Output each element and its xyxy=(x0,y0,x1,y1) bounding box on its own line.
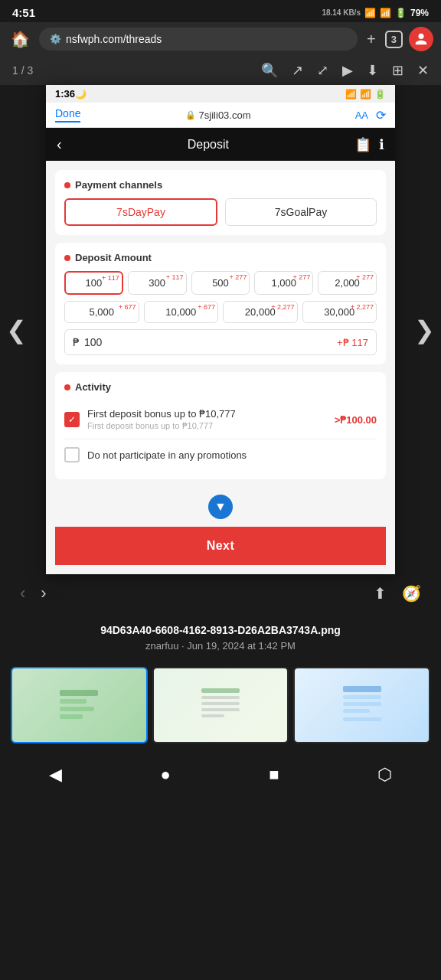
scroll-down-button[interactable]: ▼ xyxy=(208,495,233,519)
inner-battery-icon: 🔋 xyxy=(374,89,386,100)
android-home-button[interactable]: ● xyxy=(145,760,186,789)
deposit-header-icons: 📋 ℹ xyxy=(354,136,384,153)
toolbar-icons: 🔍 ↗ ⤢ ▶ ⬇ ⊞ ✕ xyxy=(261,62,429,79)
svg-rect-6 xyxy=(201,702,240,705)
no-promotions-item: Do not participate in any promotions xyxy=(64,439,377,470)
inner-time: 1:36 xyxy=(55,88,75,100)
url-security-icon: ⚙️ xyxy=(50,34,61,44)
android-back-button[interactable]: ◀ xyxy=(34,760,77,789)
android-nav-bar: ◀ ● ■ ⬡ xyxy=(0,754,441,799)
no-promotions-main: Do not participate in any promotions xyxy=(87,449,377,461)
no-promotions-text: Do not participate in any promotions xyxy=(87,449,377,461)
bonus-badge: +₱ 117 xyxy=(337,337,368,348)
thumbnails-row xyxy=(0,661,441,754)
svg-rect-9 xyxy=(343,686,381,692)
thumbnail-3[interactable] xyxy=(293,667,430,743)
android-accessibility-button[interactable]: ⬡ xyxy=(362,760,407,789)
deposit-history-icon[interactable]: 📋 xyxy=(354,136,371,153)
play-button[interactable]: ▶ xyxy=(342,62,353,79)
network-speed: 18.14 KB/s xyxy=(322,8,361,17)
first-deposit-checkbox[interactable]: ✓ xyxy=(64,412,80,427)
status-right: 18.14 KB/s 📶 📶 🔋 79% xyxy=(322,8,429,18)
amount-2000[interactable]: + 277 2,000 xyxy=(318,271,377,295)
inner-status-bar: 1:36 🌙 📶 📶 🔋 xyxy=(46,85,395,103)
next-button[interactable]: Next xyxy=(55,527,386,565)
back-button[interactable]: ‹ xyxy=(57,136,62,153)
nav-compass-button[interactable]: 🧭 xyxy=(394,580,429,607)
nav-next-button[interactable]: › xyxy=(33,579,54,608)
prev-page-arrow[interactable]: ❮ xyxy=(6,315,27,345)
inner-icons: 📶 📶 🔋 xyxy=(345,89,386,100)
file-meta: znarfuu · Jun 19, 2024 at 1:42 PM xyxy=(15,639,426,655)
amount-1000[interactable]: + 277 1,000 xyxy=(254,271,313,295)
svg-rect-7 xyxy=(201,708,240,711)
fullscreen-button[interactable]: ⤢ xyxy=(317,62,328,79)
first-deposit-sub: First deposit bonus up to ₱10,777 xyxy=(87,421,327,431)
thumbnail-1[interactable] xyxy=(11,667,148,743)
new-tab-button[interactable]: + xyxy=(364,28,379,51)
toolbar: 1 / 3 🔍 ↗ ⤢ ▶ ⬇ ⊞ ✕ xyxy=(0,56,441,85)
no-promotions-checkbox[interactable] xyxy=(64,447,80,462)
amount-10000[interactable]: + 677 10,000 xyxy=(144,301,219,323)
browser-actions: + 3 xyxy=(364,27,433,51)
deposit-header: ‹ Deposit 📋 ℹ xyxy=(46,128,395,161)
url-text: nsfwph.com/threads xyxy=(66,33,162,45)
android-recents-button[interactable]: ■ xyxy=(253,760,294,789)
svg-rect-11 xyxy=(343,702,381,706)
first-deposit-main: First deposit bonus up to ₱10,777 xyxy=(87,408,327,420)
scroll-indicator: ▼ xyxy=(55,487,386,527)
grid-button[interactable]: ⊞ xyxy=(392,62,403,79)
inner-browser-bar: Done 🔒 7sjili03.com AA ⟳ xyxy=(46,103,395,128)
next-page-arrow[interactable]: ❯ xyxy=(414,315,435,345)
amount-500[interactable]: + 277 500 xyxy=(191,271,250,295)
goalpay-button[interactable]: 7sGoalPay xyxy=(225,198,377,226)
amount-5000[interactable]: + 677 5,000 xyxy=(64,301,139,323)
done-button[interactable]: Done xyxy=(55,107,80,122)
amount-input-row: ₱ +₱ 117 xyxy=(64,329,377,355)
zoom-button[interactable]: 🔍 xyxy=(261,62,278,79)
status-time: 4:51 xyxy=(12,6,35,19)
amount-grid-row1: + 117 100 + 117 300 + 277 500 + 277 1,00… xyxy=(64,271,377,295)
battery-icon: 🔋 xyxy=(395,8,407,18)
amount-20000[interactable]: + 2,277 20,000 xyxy=(223,301,298,323)
inner-browser-actions: AA ⟳ xyxy=(355,108,386,122)
nav-arrows-bar: ‹ › ⬆ 🧭 xyxy=(0,574,441,612)
inner-url-text: 7sjili03.com xyxy=(199,109,251,121)
home-button[interactable]: 🏠 xyxy=(8,27,33,51)
lock-icon: 🔒 xyxy=(185,110,196,120)
svg-rect-8 xyxy=(201,714,224,717)
battery-percent: 79% xyxy=(410,8,429,18)
tab-count[interactable]: 3 xyxy=(385,31,403,48)
url-bar[interactable]: ⚙️ nsfwph.com/threads xyxy=(39,28,358,51)
nav-prev-button[interactable]: ‹ xyxy=(12,579,33,608)
deposit-info-icon[interactable]: ℹ xyxy=(379,136,384,153)
profile-button[interactable] xyxy=(409,27,433,51)
svg-rect-4 xyxy=(201,688,240,693)
daypay-button[interactable]: 7sDayPay xyxy=(64,198,217,226)
amount-300[interactable]: + 117 300 xyxy=(128,271,187,295)
amount-100[interactable]: + 117 100 xyxy=(64,271,123,295)
deposit-amount-label: Deposit Amount xyxy=(64,252,377,263)
svg-rect-10 xyxy=(343,695,381,699)
amount-30000[interactable]: + 2,277 30,000 xyxy=(302,301,377,323)
nav-share-button[interactable]: ⬆ xyxy=(366,580,394,607)
external-link-button[interactable]: ↗ xyxy=(292,62,303,79)
payment-buttons: 7sDayPay 7sGoalPay xyxy=(64,198,377,226)
download-button[interactable]: ⬇ xyxy=(367,62,378,79)
status-bar: 4:51 18.14 KB/s 📶 📶 🔋 79% xyxy=(0,0,441,22)
svg-rect-5 xyxy=(201,696,240,699)
activity-label: Activity xyxy=(64,381,377,393)
deposit-title: Deposit xyxy=(62,138,354,152)
amount-input-field[interactable] xyxy=(84,336,337,348)
svg-rect-2 xyxy=(60,707,94,711)
section-dot-3 xyxy=(64,384,70,390)
text-size-button[interactable]: AA xyxy=(355,109,368,121)
file-name: 94D63A40-6608-4162-8913-D26A2BA3743A.png xyxy=(15,622,426,639)
svg-rect-1 xyxy=(60,699,87,704)
reload-button[interactable]: ⟳ xyxy=(376,108,386,122)
inner-url-bar: 🔒 7sjili03.com xyxy=(88,109,347,121)
close-button[interactable]: ✕ xyxy=(417,62,429,79)
thumbnail-2[interactable] xyxy=(152,667,289,743)
inner-wifi-icon: 📶 xyxy=(360,89,371,100)
svg-rect-13 xyxy=(343,717,381,721)
